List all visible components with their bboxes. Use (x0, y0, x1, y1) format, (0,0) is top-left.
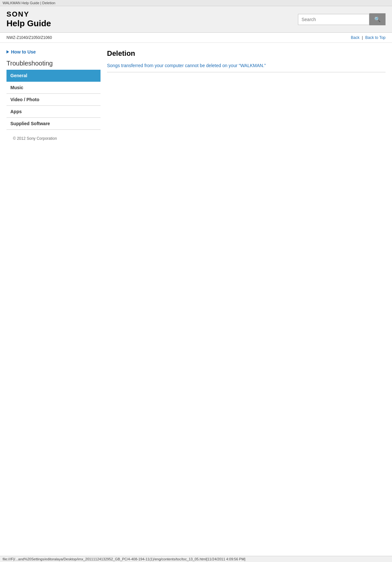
browser-title-bar: WALKMAN Help Guide | Deletion (0, 0, 392, 6)
back-link[interactable]: Back (351, 35, 360, 40)
chevron-right-icon (6, 50, 9, 54)
main-container: How to Use Troubleshooting General Music… (0, 43, 392, 154)
sidebar-item-video-photo[interactable]: Video / Photo (6, 94, 101, 106)
browser-title: WALKMAN Help Guide | Deletion (3, 1, 55, 5)
footer-copyright: © 2012 Sony Corporation (6, 130, 101, 147)
sidebar-item-supplied-software[interactable]: Supplied Software (6, 118, 101, 130)
sidebar: How to Use Troubleshooting General Music… (6, 49, 101, 147)
sidebar-item-music[interactable]: Music (6, 82, 101, 94)
how-to-use-link[interactable]: How to Use (6, 49, 101, 54)
header-logo-area: SONY Help Guide (6, 10, 51, 29)
back-to-top-link[interactable]: Back to Top (365, 35, 386, 40)
sub-header: NWZ-Z1040/Z1050/Z1060 Back | Back to Top (0, 33, 392, 43)
how-to-use-label: How to Use (11, 49, 36, 54)
sidebar-item-general[interactable]: General (6, 70, 101, 82)
search-input[interactable] (298, 14, 369, 25)
sub-header-links: Back | Back to Top (351, 35, 386, 40)
page-title: Deletion (107, 49, 386, 58)
search-area: 🔍 (298, 13, 386, 25)
header: SONY Help Guide 🔍 (0, 6, 392, 33)
sidebar-item-apps[interactable]: Apps (6, 106, 101, 118)
link-separator: | (362, 35, 364, 40)
search-icon: 🔍 (374, 16, 381, 22)
sony-logo: SONY (6, 10, 51, 18)
search-button[interactable]: 🔍 (369, 13, 386, 25)
content-divider (107, 72, 386, 72)
content-area: Deletion Songs transferred from your com… (107, 49, 386, 147)
help-guide-title: Help Guide (6, 18, 51, 29)
content-description: Songs transferred from your computer can… (107, 63, 386, 68)
model-number: NWZ-Z1040/Z1050/Z1060 (6, 35, 52, 40)
troubleshooting-header: Troubleshooting (6, 60, 101, 67)
copyright-text: © 2012 Sony Corporation (13, 136, 57, 141)
